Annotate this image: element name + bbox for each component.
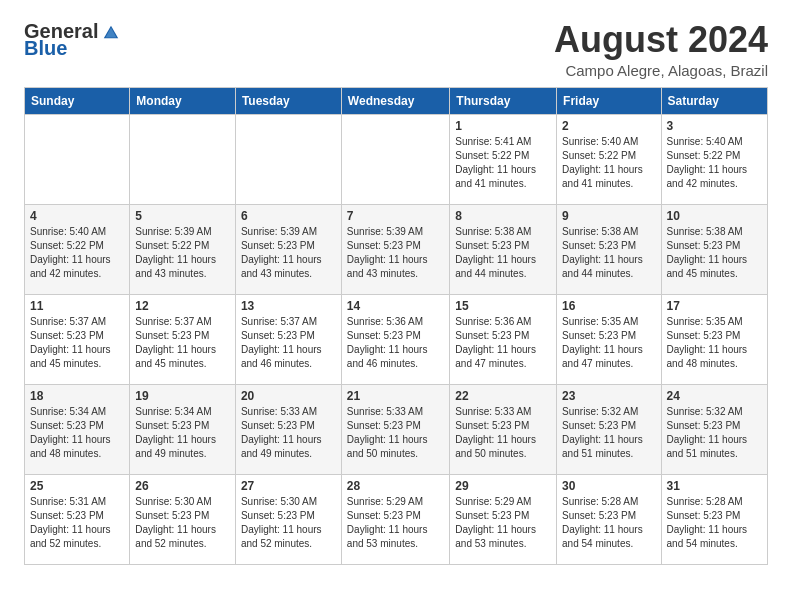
- header: General Blue August 2024 Campo Alegre, A…: [24, 20, 768, 79]
- day-number: 2: [562, 119, 655, 133]
- day-number: 16: [562, 299, 655, 313]
- day-info: Sunrise: 5:39 AMSunset: 5:22 PMDaylight:…: [135, 225, 230, 281]
- calendar-cell: 26Sunrise: 5:30 AMSunset: 5:23 PMDayligh…: [130, 474, 236, 564]
- calendar-cell: 23Sunrise: 5:32 AMSunset: 5:23 PMDayligh…: [557, 384, 661, 474]
- calendar-cell: 11Sunrise: 5:37 AMSunset: 5:23 PMDayligh…: [25, 294, 130, 384]
- calendar-week-row: 1Sunrise: 5:41 AMSunset: 5:22 PMDaylight…: [25, 114, 768, 204]
- calendar-cell: 18Sunrise: 5:34 AMSunset: 5:23 PMDayligh…: [25, 384, 130, 474]
- day-number: 26: [135, 479, 230, 493]
- day-info: Sunrise: 5:33 AMSunset: 5:23 PMDaylight:…: [241, 405, 336, 461]
- header-day-monday: Monday: [130, 87, 236, 114]
- day-number: 7: [347, 209, 444, 223]
- calendar-cell: 14Sunrise: 5:36 AMSunset: 5:23 PMDayligh…: [341, 294, 449, 384]
- calendar-cell: [130, 114, 236, 204]
- calendar-cell: 30Sunrise: 5:28 AMSunset: 5:23 PMDayligh…: [557, 474, 661, 564]
- calendar-cell: 27Sunrise: 5:30 AMSunset: 5:23 PMDayligh…: [235, 474, 341, 564]
- day-number: 24: [667, 389, 762, 403]
- day-number: 28: [347, 479, 444, 493]
- day-number: 19: [135, 389, 230, 403]
- calendar-cell: 10Sunrise: 5:38 AMSunset: 5:23 PMDayligh…: [661, 204, 767, 294]
- header-day-wednesday: Wednesday: [341, 87, 449, 114]
- day-info: Sunrise: 5:30 AMSunset: 5:23 PMDaylight:…: [241, 495, 336, 551]
- header-day-sunday: Sunday: [25, 87, 130, 114]
- title-area: August 2024 Campo Alegre, Alagoas, Brazi…: [554, 20, 768, 79]
- calendar-cell: 12Sunrise: 5:37 AMSunset: 5:23 PMDayligh…: [130, 294, 236, 384]
- calendar-week-row: 18Sunrise: 5:34 AMSunset: 5:23 PMDayligh…: [25, 384, 768, 474]
- calendar-cell: 8Sunrise: 5:38 AMSunset: 5:23 PMDaylight…: [450, 204, 557, 294]
- day-info: Sunrise: 5:37 AMSunset: 5:23 PMDaylight:…: [30, 315, 124, 371]
- day-info: Sunrise: 5:33 AMSunset: 5:23 PMDaylight:…: [455, 405, 551, 461]
- day-info: Sunrise: 5:29 AMSunset: 5:23 PMDaylight:…: [455, 495, 551, 551]
- calendar-cell: 9Sunrise: 5:38 AMSunset: 5:23 PMDaylight…: [557, 204, 661, 294]
- header-day-thursday: Thursday: [450, 87, 557, 114]
- day-info: Sunrise: 5:37 AMSunset: 5:23 PMDaylight:…: [241, 315, 336, 371]
- calendar-cell: 2Sunrise: 5:40 AMSunset: 5:22 PMDaylight…: [557, 114, 661, 204]
- day-number: 20: [241, 389, 336, 403]
- header-day-tuesday: Tuesday: [235, 87, 341, 114]
- calendar-cell: 28Sunrise: 5:29 AMSunset: 5:23 PMDayligh…: [341, 474, 449, 564]
- calendar-cell: 24Sunrise: 5:32 AMSunset: 5:23 PMDayligh…: [661, 384, 767, 474]
- calendar-week-row: 25Sunrise: 5:31 AMSunset: 5:23 PMDayligh…: [25, 474, 768, 564]
- day-info: Sunrise: 5:40 AMSunset: 5:22 PMDaylight:…: [562, 135, 655, 191]
- day-number: 10: [667, 209, 762, 223]
- location-subtitle: Campo Alegre, Alagoas, Brazil: [554, 62, 768, 79]
- day-number: 13: [241, 299, 336, 313]
- day-info: Sunrise: 5:40 AMSunset: 5:22 PMDaylight:…: [667, 135, 762, 191]
- calendar-cell: 4Sunrise: 5:40 AMSunset: 5:22 PMDaylight…: [25, 204, 130, 294]
- logo-blue: Blue: [24, 37, 67, 60]
- calendar-cell: 29Sunrise: 5:29 AMSunset: 5:23 PMDayligh…: [450, 474, 557, 564]
- day-number: 3: [667, 119, 762, 133]
- calendar-cell: 17Sunrise: 5:35 AMSunset: 5:23 PMDayligh…: [661, 294, 767, 384]
- day-info: Sunrise: 5:39 AMSunset: 5:23 PMDaylight:…: [347, 225, 444, 281]
- day-info: Sunrise: 5:32 AMSunset: 5:23 PMDaylight:…: [667, 405, 762, 461]
- day-info: Sunrise: 5:30 AMSunset: 5:23 PMDaylight:…: [135, 495, 230, 551]
- header-day-saturday: Saturday: [661, 87, 767, 114]
- day-info: Sunrise: 5:28 AMSunset: 5:23 PMDaylight:…: [562, 495, 655, 551]
- calendar-cell: [25, 114, 130, 204]
- day-number: 29: [455, 479, 551, 493]
- calendar-cell: 16Sunrise: 5:35 AMSunset: 5:23 PMDayligh…: [557, 294, 661, 384]
- day-info: Sunrise: 5:38 AMSunset: 5:23 PMDaylight:…: [562, 225, 655, 281]
- day-number: 31: [667, 479, 762, 493]
- calendar-cell: 31Sunrise: 5:28 AMSunset: 5:23 PMDayligh…: [661, 474, 767, 564]
- calendar-week-row: 4Sunrise: 5:40 AMSunset: 5:22 PMDaylight…: [25, 204, 768, 294]
- day-info: Sunrise: 5:29 AMSunset: 5:23 PMDaylight:…: [347, 495, 444, 551]
- day-number: 6: [241, 209, 336, 223]
- day-number: 18: [30, 389, 124, 403]
- day-info: Sunrise: 5:35 AMSunset: 5:23 PMDaylight:…: [667, 315, 762, 371]
- day-info: Sunrise: 5:31 AMSunset: 5:23 PMDaylight:…: [30, 495, 124, 551]
- day-number: 17: [667, 299, 762, 313]
- day-info: Sunrise: 5:36 AMSunset: 5:23 PMDaylight:…: [347, 315, 444, 371]
- day-info: Sunrise: 5:28 AMSunset: 5:23 PMDaylight:…: [667, 495, 762, 551]
- calendar-table: SundayMondayTuesdayWednesdayThursdayFrid…: [24, 87, 768, 565]
- day-number: 21: [347, 389, 444, 403]
- calendar-cell: [235, 114, 341, 204]
- day-info: Sunrise: 5:35 AMSunset: 5:23 PMDaylight:…: [562, 315, 655, 371]
- day-number: 9: [562, 209, 655, 223]
- calendar-header-row: SundayMondayTuesdayWednesdayThursdayFrid…: [25, 87, 768, 114]
- calendar-cell: 7Sunrise: 5:39 AMSunset: 5:23 PMDaylight…: [341, 204, 449, 294]
- calendar-cell: 19Sunrise: 5:34 AMSunset: 5:23 PMDayligh…: [130, 384, 236, 474]
- day-number: 25: [30, 479, 124, 493]
- calendar-cell: 1Sunrise: 5:41 AMSunset: 5:22 PMDaylight…: [450, 114, 557, 204]
- day-number: 23: [562, 389, 655, 403]
- day-number: 5: [135, 209, 230, 223]
- day-info: Sunrise: 5:37 AMSunset: 5:23 PMDaylight:…: [135, 315, 230, 371]
- day-info: Sunrise: 5:33 AMSunset: 5:23 PMDaylight:…: [347, 405, 444, 461]
- calendar-cell: 13Sunrise: 5:37 AMSunset: 5:23 PMDayligh…: [235, 294, 341, 384]
- day-info: Sunrise: 5:36 AMSunset: 5:23 PMDaylight:…: [455, 315, 551, 371]
- calendar-cell: 21Sunrise: 5:33 AMSunset: 5:23 PMDayligh…: [341, 384, 449, 474]
- logo: General Blue: [24, 20, 120, 60]
- day-info: Sunrise: 5:32 AMSunset: 5:23 PMDaylight:…: [562, 405, 655, 461]
- calendar-cell: 3Sunrise: 5:40 AMSunset: 5:22 PMDaylight…: [661, 114, 767, 204]
- day-info: Sunrise: 5:34 AMSunset: 5:23 PMDaylight:…: [135, 405, 230, 461]
- day-info: Sunrise: 5:34 AMSunset: 5:23 PMDaylight:…: [30, 405, 124, 461]
- calendar-cell: 25Sunrise: 5:31 AMSunset: 5:23 PMDayligh…: [25, 474, 130, 564]
- calendar-cell: 15Sunrise: 5:36 AMSunset: 5:23 PMDayligh…: [450, 294, 557, 384]
- day-number: 27: [241, 479, 336, 493]
- day-number: 30: [562, 479, 655, 493]
- day-number: 12: [135, 299, 230, 313]
- calendar-cell: 22Sunrise: 5:33 AMSunset: 5:23 PMDayligh…: [450, 384, 557, 474]
- day-number: 22: [455, 389, 551, 403]
- day-number: 4: [30, 209, 124, 223]
